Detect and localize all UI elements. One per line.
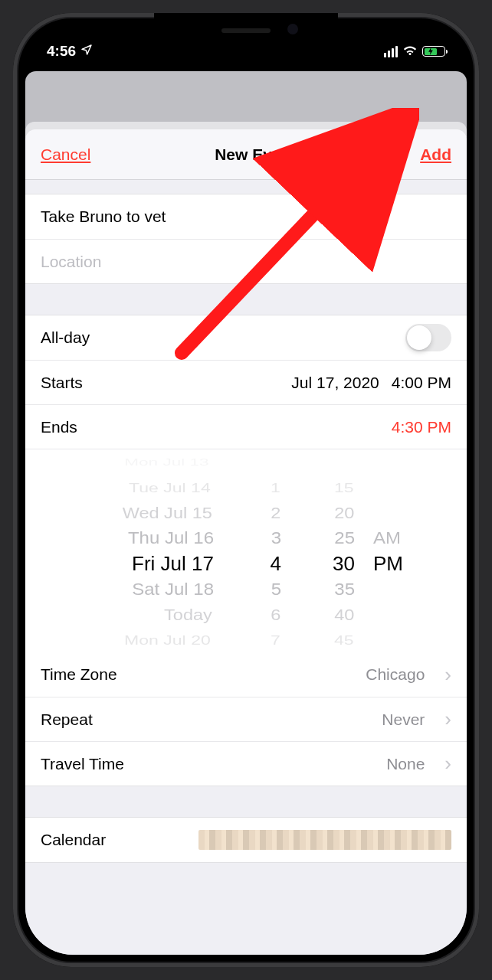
title-location-group	[25, 194, 467, 284]
modal-nav: Cancel New Event Add	[25, 129, 467, 180]
cancel-button[interactable]: Cancel	[41, 145, 90, 164]
allday-toggle[interactable]	[405, 324, 451, 351]
modal-title: New Event	[215, 145, 296, 164]
chevron-right-icon: ›	[444, 707, 451, 731]
ends-cell[interactable]: Ends 4:30 PM	[25, 404, 467, 449]
event-location-input[interactable]	[41, 253, 451, 271]
status-time: 4:56	[47, 43, 76, 60]
picker-ampm-selected: PM	[366, 551, 451, 577]
timezone-cell[interactable]: Time Zone Chicago›	[25, 652, 467, 697]
picker-hour-col[interactable]: 1 2 3 4 5 6 7	[225, 449, 292, 652]
calendar-cell[interactable]: Calendar	[25, 818, 467, 862]
timezone-label: Time Zone	[41, 665, 117, 684]
picker-minute-col[interactable]: 15 20 25 30 35 40 45	[292, 449, 366, 652]
chevron-right-icon: ›	[444, 752, 451, 776]
starts-cell[interactable]: Starts Jul 17, 2020 4:00 PM	[25, 360, 467, 404]
location-cell[interactable]	[25, 239, 467, 283]
ends-time: 4:30 PM	[392, 418, 451, 436]
travel-time-cell[interactable]: Travel Time None›	[25, 741, 467, 786]
allday-cell[interactable]: All-day	[25, 315, 467, 360]
travel-time-label: Travel Time	[41, 755, 124, 773]
new-event-sheet: Cancel New Event Add	[25, 129, 467, 955]
starts-date: Jul 17, 2020	[291, 374, 379, 392]
location-arrow-icon	[80, 43, 93, 60]
picker-hour-selected: 4	[225, 551, 292, 577]
repeat-cell[interactable]: Repeat Never›	[25, 697, 467, 741]
add-button[interactable]: Add	[420, 145, 451, 164]
datetime-picker[interactable]: Mon Jul 13 Tue Jul 14 Wed Jul 15 Thu Jul…	[25, 449, 467, 652]
wifi-icon	[402, 43, 418, 60]
notch	[154, 13, 338, 41]
calendar-group: Calendar	[25, 817, 467, 863]
battery-icon	[422, 46, 445, 57]
travel-time-value: None	[386, 755, 425, 773]
picker-minute-selected: 30	[292, 551, 366, 577]
starts-time: 4:00 PM	[392, 374, 451, 392]
picker-ampm-col[interactable]: AM PM	[366, 449, 451, 652]
event-title-input[interactable]	[41, 207, 451, 226]
ends-label: Ends	[41, 418, 77, 436]
phone-frame: 4:56 Cancel New Even	[13, 13, 479, 967]
screen: 4:56 Cancel New Even	[25, 25, 467, 955]
repeat-label: Repeat	[41, 710, 93, 729]
time-group: All-day Starts Jul 17, 2020 4:00 PM Ends	[25, 315, 467, 786]
calendar-label: Calendar	[41, 831, 106, 849]
repeat-value: Never	[382, 710, 425, 729]
cellular-signal-icon	[384, 46, 398, 57]
chevron-right-icon: ›	[444, 663, 451, 687]
allday-label: All-day	[41, 328, 90, 347]
starts-label: Starts	[41, 374, 83, 392]
calendar-value-redacted	[198, 830, 451, 850]
picker-date-col[interactable]: Mon Jul 13 Tue Jul 14 Wed Jul 15 Thu Jul…	[41, 449, 225, 652]
title-cell[interactable]	[25, 194, 467, 239]
timezone-value: Chicago	[366, 665, 425, 684]
picker-date-selected: Fri Jul 17	[41, 551, 225, 577]
